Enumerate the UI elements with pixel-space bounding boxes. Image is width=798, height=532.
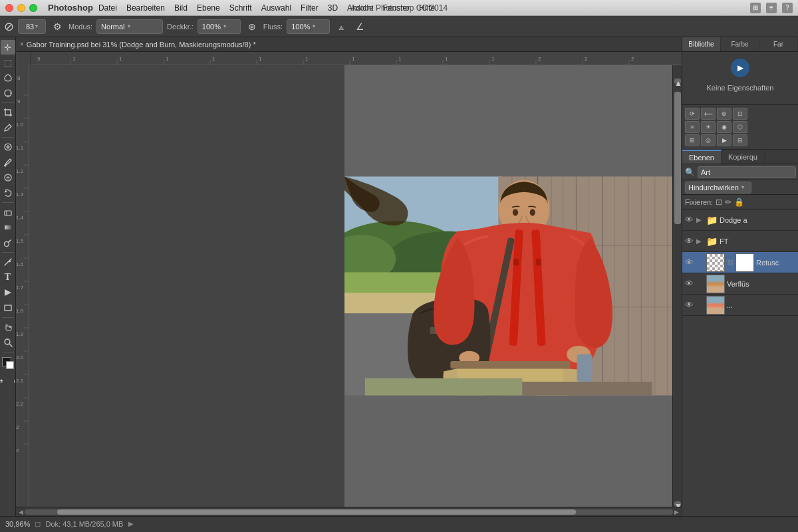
3d-rotate-icon[interactable]: ⟳ [685, 108, 700, 120]
menu-bearbeiten[interactable]: Bearbeiten [126, 3, 165, 13]
close-button[interactable] [5, 4, 13, 12]
layer-name-dodge: Dodge a [720, 216, 795, 224]
layer-visibility-ft[interactable]: 👁 [685, 236, 694, 246]
layer-item-ft[interactable]: 👁 ▶ 📁 FT [682, 231, 798, 252]
path-selection-tool[interactable] [1, 285, 15, 300]
svg-text:1.2: 1.2 [16, 168, 24, 174]
brush-size-display[interactable]: 83 ▾ [18, 19, 46, 34]
scrollbar-horizontal-track[interactable] [25, 509, 673, 515]
brush-size-chevron: ▾ [35, 23, 38, 29]
layer-item-retusc[interactable]: 👁 ⛓ Retusc [682, 252, 798, 273]
blend-mode-dropdown[interactable]: Hindurchwirken ▾ [685, 182, 751, 194]
layer-visibility-retusc[interactable]: 👁 [685, 257, 694, 267]
modus-dropdown[interactable]: Normal ▾ [96, 19, 163, 34]
dodge-tool[interactable] [1, 235, 15, 250]
tab-bibliothe[interactable]: Bibliothe [682, 37, 721, 51]
layer-item-dodge[interactable]: 👁 ▶ 📁 Dodge a [682, 209, 798, 231]
eraser-tool[interactable] [1, 205, 15, 219]
clone-stamp-tool[interactable] [1, 170, 15, 185]
default-colors-icon[interactable]: ↺ [9, 374, 17, 388]
menu-3d[interactable]: 3D [328, 3, 338, 13]
3d-stack-icon[interactable]: ≡ [685, 121, 700, 133]
stylus-pressure-icon[interactable]: ⟁ [334, 19, 348, 34]
menu-datei[interactable]: Datei [98, 3, 117, 13]
3d-camera-icon[interactable]: ⊡ [733, 108, 747, 120]
layer-visibility-base[interactable]: 👁 [685, 300, 694, 310]
menu-bild[interactable]: Bild [174, 3, 188, 13]
vertical-scrollbar[interactable]: ▲ ▼ [672, 65, 682, 507]
menu-ebene[interactable]: Ebene [197, 3, 220, 13]
layer-filter-input[interactable] [698, 166, 796, 178]
lock-all-icon[interactable]: 🔒 [734, 198, 744, 207]
canvas-image-container[interactable] [344, 65, 673, 507]
photo-canvas[interactable] [344, 65, 673, 507]
layer-item-verfluess[interactable]: 👁 Verflüs [682, 273, 798, 295]
layer-visibility-dodge[interactable]: 👁 [685, 215, 694, 225]
right-panel: Bibliothe Farbe Far ▶ Keine Eigenschafte… [682, 37, 798, 516]
lock-position-icon[interactable]: ⊡ [716, 198, 722, 207]
layer-expand-dodge[interactable]: ▶ [696, 216, 704, 223]
3d-render-icon[interactable]: ▶ [717, 134, 732, 146]
switch-colors-icon[interactable]: ⇄ [0, 374, 7, 388]
gradient-tool[interactable] [1, 220, 15, 235]
play-button[interactable]: ▶ [731, 59, 749, 77]
horizontal-scrollbar[interactable]: ◀ ▶ [16, 507, 682, 516]
3d-mesh-icon[interactable]: ⬡ [733, 121, 747, 133]
tab-far[interactable]: Far [759, 37, 798, 51]
3d-zoom-icon[interactable]: ⊕ [717, 108, 732, 120]
lock-brush-icon[interactable]: ✏ [725, 198, 732, 207]
3d-env-icon[interactable]: ◎ [701, 134, 716, 146]
pen-tool[interactable] [1, 255, 15, 269]
color-selector[interactable] [1, 356, 15, 370]
brush-settings-icon[interactable]: ⚙ [50, 19, 65, 34]
angle-icon[interactable]: ∠ [352, 19, 367, 34]
type-tool[interactable]: T [1, 270, 15, 285]
icon-row-3: ⊞ ◎ ▶ ⊟ [685, 134, 795, 146]
scrollbar-up-arrow[interactable]: ▲ [674, 78, 681, 84]
fluss-label: Fluss: [263, 23, 283, 31]
right-panel-content-top: ▶ Keine Eigenschaften [682, 52, 798, 105]
lasso-tool[interactable] [1, 70, 15, 85]
rectangle-shape-tool[interactable] [1, 301, 15, 315]
tab-farbe[interactable]: Farbe [721, 37, 759, 51]
scrollbar-down-arrow[interactable]: ▼ [674, 501, 681, 507]
scrollbar-vertical-thumb[interactable] [674, 92, 681, 224]
menu-auswahl[interactable]: Auswahl [261, 3, 291, 13]
menu-filter[interactable]: Filter [301, 3, 319, 13]
brush-tool[interactable] [1, 155, 15, 170]
spot-healing-tool[interactable] [1, 140, 15, 154]
3d-extra-icon[interactable]: ⊟ [733, 134, 747, 146]
quick-select-tool[interactable] [1, 86, 15, 100]
zoom-tool[interactable] [1, 335, 15, 350]
layer-visibility-verfluess[interactable]: 👁 [685, 279, 694, 289]
layers-tab[interactable]: Ebenen [682, 150, 722, 164]
3d-scene-icon[interactable]: ⊞ [685, 134, 700, 146]
crop-tool[interactable] [1, 105, 15, 120]
minimize-button[interactable] [17, 4, 25, 12]
scrollbar-horizontal-thumb[interactable] [57, 509, 576, 515]
move-tool[interactable]: ✛ [1, 40, 15, 55]
background-color-swatch[interactable] [6, 361, 14, 369]
search-icon: 🔍 [685, 168, 695, 177]
3d-material-icon[interactable]: ◉ [717, 121, 732, 133]
scroll-right-arrow[interactable]: ▶ [673, 509, 680, 515]
maximize-button[interactable] [29, 4, 37, 12]
eyedropper-tool[interactable] [1, 120, 15, 135]
tab-close-button[interactable]: × [20, 41, 24, 48]
svg-text:1: 1 [166, 56, 169, 62]
status-arrow-btn[interactable]: ▶ [128, 520, 134, 527]
airbrush-icon[interactable]: ⊛ [245, 19, 259, 34]
3d-pan-icon[interactable]: ⟵ [701, 108, 716, 120]
deckkraft-dropdown[interactable]: 100% ▾ [198, 19, 241, 34]
3d-light-icon[interactable]: ☀ [701, 121, 716, 133]
scroll-left-arrow[interactable]: ◀ [17, 509, 25, 515]
layer-expand-ft[interactable]: ▶ [696, 237, 704, 245]
fluss-dropdown[interactable]: 100% ▾ [287, 19, 330, 34]
history-brush-tool[interactable] [1, 186, 15, 200]
status-bar: 30,96% □ Dok: 43,1 MB/265,0 MB ▶ [0, 516, 798, 531]
kopierqu-tab[interactable]: Kopierqu [722, 150, 765, 164]
layer-item-base[interactable]: 👁 ... [682, 295, 798, 316]
rectangular-marquee-tool[interactable]: ⬚ [1, 55, 15, 70]
menu-schrift[interactable]: Schrift [229, 3, 252, 13]
hand-tool[interactable] [1, 320, 15, 334]
